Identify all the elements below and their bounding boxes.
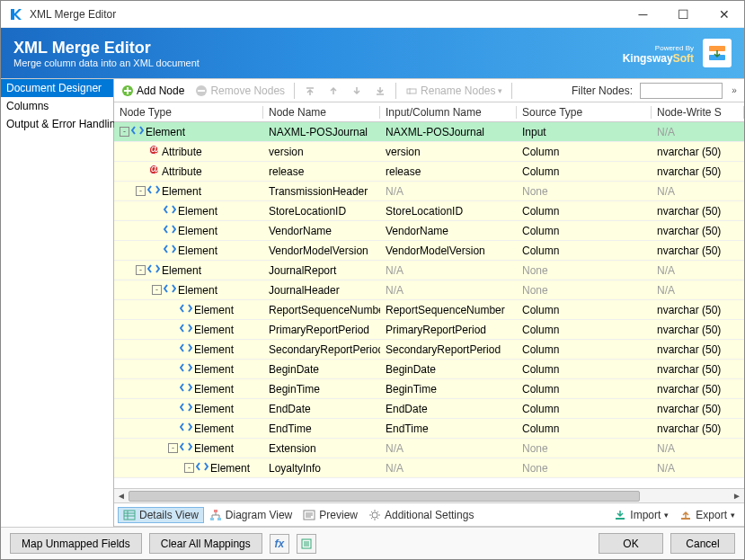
remove-nodes-button[interactable]: Remove Nodes [191, 83, 288, 99]
grid-row[interactable]: @ AttributereleasereleaseColumnnvarchar … [114, 162, 744, 182]
grid-cell: Column [517, 225, 652, 237]
map-unmapped-fields-button[interactable]: Map Unmapped Fields [10, 533, 142, 554]
move-top-button[interactable] [300, 83, 320, 99]
grid-row[interactable]: @ AttributeversionversionColumnnvarchar … [114, 142, 744, 162]
grid-cell: Column [517, 205, 652, 218]
grid-cell: N/A [652, 264, 744, 277]
grid-cell: BeginDate [380, 363, 517, 376]
grid-row[interactable]: ElementEndDateEndDateColumnnvarchar (50) [114, 399, 744, 419]
left-nav-item[interactable]: Columns [1, 97, 113, 115]
column-header[interactable]: Source Type [517, 106, 652, 119]
grid-row[interactable]: ElementVendorModelVersionVendorModelVers… [114, 241, 744, 261]
grid-row[interactable]: - ElementNAXML-POSJournalNAXML-POSJourna… [114, 122, 744, 142]
node-type-label: Element [178, 205, 217, 218]
tree-toggle-icon[interactable]: - [120, 127, 129, 137]
node-type-label: Element [194, 304, 234, 316]
details-view-tab[interactable]: Details View [118, 507, 204, 523]
filter-nodes-label: Filter Nodes: [572, 84, 636, 97]
tree-toggle-icon[interactable]: - [168, 443, 178, 453]
column-header[interactable]: Input/Column Name [380, 106, 517, 119]
element-icon [180, 322, 192, 337]
grid-body[interactable]: - ElementNAXML-POSJournalNAXML-POSJourna… [114, 122, 744, 489]
config-button[interactable] [297, 534, 316, 554]
grid-cell: nvarchar (50) [652, 244, 744, 257]
rename-nodes-button[interactable]: Rename Nodes ▾ [402, 83, 506, 99]
grid-cell: Extension [263, 442, 380, 455]
product-icon [703, 39, 732, 67]
column-header[interactable]: Node-Write S [652, 106, 744, 119]
svg-rect-15 [616, 518, 625, 520]
maximize-button[interactable]: ☐ [663, 1, 704, 28]
column-header[interactable]: Node Name [263, 106, 380, 119]
svg-rect-4 [407, 89, 416, 93]
column-header[interactable]: Node Type [114, 106, 263, 119]
move-bottom-button[interactable] [370, 83, 390, 99]
expand-toolbar-icon[interactable]: » [728, 85, 741, 95]
element-icon [180, 440, 192, 456]
tree-toggle-icon[interactable]: - [136, 186, 146, 196]
left-nav: Document DesignerColumnsOutput & Error H… [1, 79, 114, 527]
minimize-button[interactable]: ─ [623, 1, 663, 28]
grid-row[interactable]: ElementBeginDateBeginDateColumnnvarchar … [114, 360, 744, 379]
grid-cell: BeginTime [380, 383, 517, 396]
left-nav-item[interactable]: Output & Error Handling [1, 115, 113, 133]
move-up-button[interactable] [324, 83, 343, 99]
element-icon [131, 124, 144, 139]
grid-row[interactable]: ElementSecondaryReportPeriodSecondaryRep… [114, 340, 744, 360]
close-button[interactable]: ✕ [704, 1, 744, 28]
svg-text:@: @ [148, 144, 159, 156]
svg-rect-11 [210, 518, 214, 520]
grid-row[interactable]: - ElementTransmissionHeaderN/ANoneN/A [114, 182, 744, 201]
grid-cell: EndTime [263, 422, 380, 435]
node-type-label: Element [178, 284, 217, 297]
left-nav-item[interactable]: Document Designer [1, 79, 113, 97]
grid-cell: nvarchar (50) [652, 324, 744, 336]
tree-toggle-icon[interactable]: - [152, 285, 162, 295]
element-icon [180, 381, 192, 396]
titlebar: XML Merge Editor ─ ☐ ✕ [1, 1, 744, 28]
element-icon [196, 460, 208, 476]
diagram-view-tab[interactable]: Diagram View [204, 507, 297, 523]
add-node-button[interactable]: Add Node [118, 83, 188, 99]
grid-cell: N/A [652, 284, 744, 297]
grid-row[interactable]: - ElementExtensionN/ANoneN/A [114, 439, 744, 458]
node-type-label: Attribute [162, 146, 202, 158]
move-down-button[interactable] [347, 83, 367, 99]
tree-toggle-icon[interactable]: - [184, 463, 194, 473]
grid-row[interactable]: ElementBeginTimeBeginTimeColumnnvarchar … [114, 379, 744, 399]
grid-cell: N/A [380, 264, 517, 277]
grid-header: Node TypeNode NameInput/Column NameSourc… [114, 102, 744, 122]
grid-row[interactable]: ElementVendorNameVendorNameColumnnvarcha… [114, 221, 744, 241]
grid-cell: StoreLocationID [263, 205, 380, 218]
ok-button[interactable]: OK [599, 533, 663, 554]
import-button[interactable]: Import [608, 507, 674, 523]
cancel-button[interactable]: Cancel [670, 533, 735, 554]
grid-row[interactable]: - ElementLoyaltyInfoN/ANoneN/A [114, 458, 744, 478]
node-grid: Node TypeNode NameInput/Column NameSourc… [114, 102, 744, 503]
grid-row[interactable]: ElementStoreLocationIDStoreLocationIDCol… [114, 201, 744, 221]
grid-row[interactable]: ElementPrimaryReportPeriodPrimaryReportP… [114, 320, 744, 340]
grid-cell: nvarchar (50) [652, 165, 744, 178]
grid-row[interactable]: - ElementJournalHeaderN/ANoneN/A [114, 280, 744, 300]
grid-cell: None [517, 185, 652, 198]
grid-cell: nvarchar (50) [652, 225, 744, 237]
grid-cell: ReportSequenceNumber [380, 304, 517, 316]
node-type-label: Element [194, 422, 234, 435]
horizontal-scrollbar[interactable]: ◄ ► [114, 489, 744, 503]
fx-button[interactable]: fx [270, 534, 289, 554]
preview-tab[interactable]: Preview [297, 507, 363, 523]
grid-row[interactable]: ElementReportSequenceNumberReportSequenc… [114, 300, 744, 320]
node-type-label: Element [194, 324, 234, 336]
banner: XML Merge Editor Merge column data into … [1, 28, 744, 78]
filter-nodes-input[interactable] [640, 83, 723, 99]
grid-cell: BeginTime [263, 383, 380, 396]
clear-all-mappings-button[interactable]: Clear All Mappings [149, 533, 262, 554]
grid-row[interactable]: ElementEndTimeEndTimeColumnnvarchar (50) [114, 419, 744, 439]
grid-cell: Column [517, 165, 652, 178]
tree-toggle-icon[interactable]: - [136, 265, 146, 275]
grid-cell: None [517, 284, 652, 297]
grid-row[interactable]: - ElementJournalReportN/ANoneN/A [114, 261, 744, 280]
additional-settings-tab[interactable]: Additional Settings [363, 507, 479, 523]
grid-cell: None [517, 462, 652, 475]
export-button[interactable]: Export [674, 507, 741, 523]
